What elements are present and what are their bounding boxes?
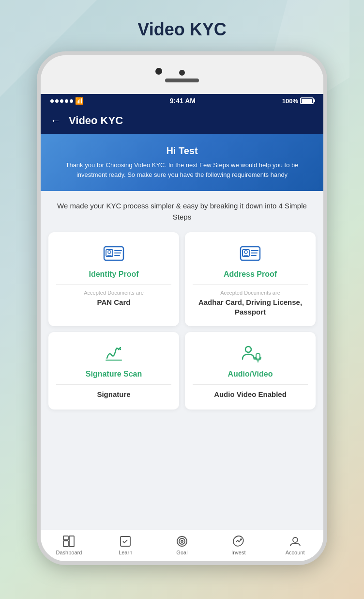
phone-frame: 📶 9:41 AM 100% ← Video KYC Hi Test Thank… (37, 51, 327, 565)
address-proof-doc: Aadhar Card, Driving License, Passport (193, 298, 308, 316)
signature-scan-doc: Signature (97, 390, 130, 399)
card-divider-1 (56, 284, 171, 285)
scroll-content: Hi Test Thank you for Choosing Video KYC… (41, 134, 323, 530)
battery-text: 100% (282, 97, 298, 105)
svg-point-11 (244, 251, 247, 253)
welcome-banner: Hi Test Thank you for Choosing Video KYC… (41, 134, 323, 191)
svg-point-23 (241, 539, 242, 540)
status-left: 📶 (50, 97, 83, 105)
invest-icon (232, 535, 245, 548)
svg-point-20 (177, 536, 187, 546)
audio-video-icon (239, 342, 262, 365)
learn-icon (119, 535, 132, 548)
svg-rect-17 (69, 536, 74, 547)
identity-proof-sub: Accepted Documents are (84, 290, 144, 296)
address-proof-icon (239, 242, 262, 265)
nav-label-account: Account (286, 550, 305, 555)
page-title: Video KYC (137, 19, 226, 40)
nav-item-goal[interactable]: Goal (154, 535, 211, 555)
signal-dots (50, 99, 73, 103)
banner-greeting: Hi Test (50, 145, 314, 157)
signature-scan-card[interactable]: Signature Scan Signature (48, 332, 179, 410)
app-header: ← Video KYC (41, 108, 323, 134)
svg-point-21 (179, 538, 185, 544)
svg-rect-18 (63, 536, 68, 540)
svg-point-13 (245, 347, 251, 352)
nav-item-dashboard[interactable]: Dashboard (41, 535, 97, 555)
nav-label-learn: Learn (119, 550, 132, 555)
identity-proof-doc: PAN Card (97, 298, 131, 307)
card-divider-4 (193, 384, 308, 385)
address-proof-title: Address Proof (224, 270, 277, 279)
identity-proof-icon (102, 242, 125, 265)
back-button[interactable]: ← (50, 114, 61, 127)
audio-video-doc: Audio Video Enabled (214, 390, 287, 399)
nav-item-invest[interactable]: Invest (210, 535, 267, 555)
bottom-nav: Dashboard Learn Goal (41, 530, 323, 561)
banner-message: Thank you for Choosing Video KYC. In the… (50, 160, 314, 179)
svg-point-5 (108, 251, 111, 253)
svg-point-24 (293, 537, 298, 542)
phone-screen: 📶 9:41 AM 100% ← Video KYC Hi Test Thank… (41, 94, 323, 561)
identity-proof-title: Identity Proof (89, 270, 138, 279)
phone-top (41, 55, 323, 94)
battery-icon (300, 97, 314, 104)
signature-scan-icon (102, 342, 125, 365)
nav-label-invest: Invest (231, 550, 245, 555)
steps-info: We made your KYC process simpler & easy … (41, 191, 323, 232)
nav-label-dashboard: Dashboard (56, 550, 82, 555)
account-icon (289, 535, 302, 548)
speaker (165, 79, 199, 82)
front-camera (155, 68, 162, 75)
goal-icon (176, 535, 188, 548)
kyc-cards-grid: Identity Proof Accepted Documents are PA… (41, 232, 323, 417)
svg-rect-14 (256, 353, 260, 359)
status-right: 100% (282, 97, 314, 105)
status-time: 9:41 AM (170, 97, 196, 105)
header-title: Video KYC (69, 114, 123, 127)
identity-proof-card[interactable]: Identity Proof Accepted Documents are PA… (48, 232, 179, 326)
address-proof-card[interactable]: Address Proof Accepted Documents are Aad… (185, 232, 316, 326)
dashboard-icon (62, 535, 75, 548)
nav-item-learn[interactable]: Learn (97, 535, 154, 555)
camera (179, 70, 185, 76)
svg-rect-16 (63, 541, 68, 547)
address-proof-sub: Accepted Documents are (220, 290, 280, 296)
card-divider-2 (193, 284, 308, 285)
signature-scan-title: Signature Scan (86, 370, 142, 378)
wifi-icon: 📶 (75, 97, 83, 105)
card-divider-3 (56, 384, 171, 385)
svg-point-22 (181, 540, 183, 542)
audio-video-card[interactable]: Audio/Video Audio Video Enabled (185, 332, 316, 410)
status-bar: 📶 9:41 AM 100% (41, 94, 323, 108)
nav-label-goal: Goal (176, 550, 187, 555)
audio-video-title: Audio/Video (228, 370, 273, 378)
nav-item-account[interactable]: Account (267, 535, 323, 555)
